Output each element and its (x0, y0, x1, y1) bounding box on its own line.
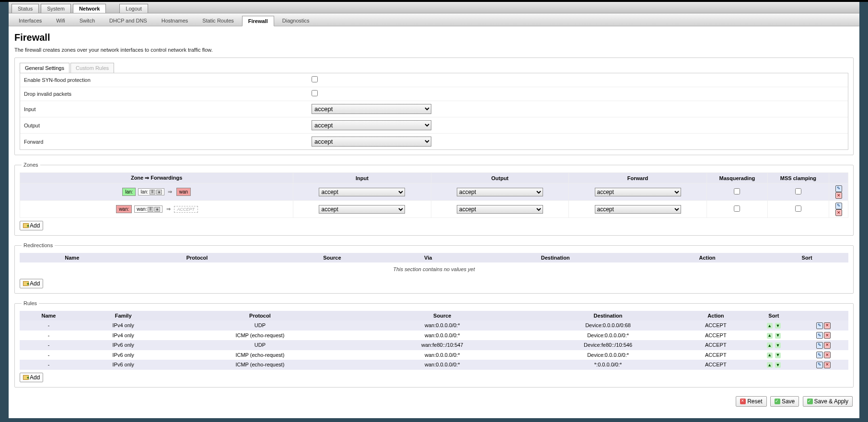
zone-mss-checkbox[interactable] (795, 188, 801, 194)
zone-forward-select[interactable]: accept (595, 205, 681, 214)
redirections-fieldset: Redirections Name Protocol Source Via De… (14, 242, 854, 294)
rules-th-family: Family (78, 311, 169, 320)
rules-th-name: Name (20, 311, 78, 320)
subtab-switch[interactable]: Switch (73, 15, 101, 26)
delete-icon[interactable]: ✕ (824, 322, 831, 329)
sort-down-icon[interactable]: ▼ (775, 333, 781, 339)
zone-masq-checkbox[interactable] (734, 188, 740, 194)
rules-th-destination: Destination (533, 311, 683, 320)
sort-up-icon[interactable]: ▲ (767, 353, 773, 358)
label-synflood: Enable SYN-flood protection (24, 77, 312, 83)
zone-masq-checkbox[interactable] (734, 205, 740, 212)
rule-protocol: ICMP (echo-request) (169, 360, 351, 370)
rule-action: ACCEPT (683, 360, 749, 370)
select-output[interactable]: accept (312, 120, 431, 130)
tab-logout[interactable]: Logout (119, 4, 148, 13)
rule-row: - IPv6 only UDP wan:fe80::/10:547 Device… (20, 340, 848, 350)
rules-th-action: Action (683, 311, 749, 320)
sort-down-icon[interactable]: ▼ (775, 323, 781, 329)
delete-icon[interactable]: ✕ (824, 352, 831, 358)
select-forward[interactable]: accept (312, 137, 431, 147)
innertab-general[interactable]: General Settings (20, 63, 69, 73)
rule-protocol: UDP (169, 320, 351, 331)
subtab-interfaces[interactable]: Interfaces (12, 15, 48, 26)
redir-add-button[interactable]: Add (20, 279, 43, 288)
sort-up-icon[interactable]: ▲ (767, 333, 773, 339)
delete-icon[interactable]: ✕ (824, 342, 831, 349)
edit-icon[interactable]: ✎ (816, 332, 823, 339)
sort-up-icon[interactable]: ▲ (767, 342, 773, 348)
redir-th-protocol: Protocol (125, 253, 270, 262)
main-tabs: Status System Network Logout (9, 2, 859, 13)
rules-th-protocol: Protocol (169, 311, 351, 320)
edit-icon[interactable]: ✎ (816, 352, 823, 358)
add-label: Add (30, 222, 40, 229)
page-description: The firewall creates zones over your net… (14, 47, 854, 53)
delete-icon[interactable]: ✕ (824, 332, 831, 339)
zone-output-select[interactable]: accept (457, 205, 543, 214)
subtab-staticroutes[interactable]: Static Routes (196, 15, 240, 26)
tab-system[interactable]: System (41, 4, 71, 13)
checkbox-dropinvalid[interactable] (312, 90, 318, 96)
zones-th-masq: Masquerading (706, 173, 767, 183)
delete-icon[interactable]: ✕ (835, 192, 842, 199)
redir-th-via: Via (394, 253, 462, 262)
redir-th-source: Source (270, 253, 395, 262)
arrow-icon: ⇒ (166, 206, 171, 212)
label-output: Output (24, 123, 312, 128)
zone-mss-checkbox[interactable] (795, 205, 801, 212)
rule-destination: *:0.0.0.0/0:* (533, 360, 683, 370)
subtab-hostnames[interactable]: Hostnames (155, 15, 195, 26)
sort-up-icon[interactable]: ▲ (767, 362, 773, 368)
zones-add-button[interactable]: Add (20, 221, 43, 230)
reset-button[interactable]: Reset (736, 396, 766, 407)
folder-add-icon (23, 375, 29, 380)
redir-th-action: Action (649, 253, 765, 262)
sort-down-icon[interactable]: ▼ (775, 353, 781, 358)
zone-fwd-accept: ACCEPT (174, 206, 198, 213)
folder-add-icon (23, 281, 29, 286)
zones-fieldset: Zones Zone ⇒ Forwardings Input Output Fo… (14, 162, 854, 236)
edit-icon[interactable]: ✎ (816, 322, 823, 329)
innertab-custom[interactable]: Custom Rules (70, 63, 114, 73)
general-settings-box: General Settings Custom Rules Enable SYN… (14, 57, 854, 155)
save-button[interactable]: Save (770, 396, 799, 407)
subtab-diagnostics[interactable]: Diagnostics (276, 15, 316, 26)
edit-icon[interactable]: ✎ (835, 185, 842, 192)
save-icon (775, 399, 780, 404)
zone-input-select[interactable]: accept (319, 188, 405, 196)
rules-fieldset: Rules Name Family Protocol Source Destin… (14, 300, 854, 388)
zone-forward-select[interactable]: accept (595, 188, 681, 196)
subtab-firewall[interactable]: Firewall (242, 16, 274, 26)
rule-row: - IPv6 only ICMP (echo-request) wan:0.0.… (20, 360, 848, 370)
sort-down-icon[interactable]: ▼ (775, 362, 781, 368)
zone-input-select[interactable]: accept (319, 205, 405, 214)
rule-row: - IPv4 only ICMP (echo-request) wan:0.0.… (20, 331, 848, 341)
delete-icon[interactable]: ✕ (824, 362, 831, 368)
checkbox-synflood[interactable] (312, 76, 318, 82)
rule-protocol: ICMP (echo-request) (169, 350, 351, 360)
iface-icon: ≣ (150, 190, 155, 194)
zones-legend: Zones (22, 162, 40, 168)
sort-down-icon[interactable]: ▼ (775, 342, 781, 348)
add-label: Add (30, 280, 40, 287)
rules-add-button[interactable]: Add (20, 373, 43, 382)
sort-up-icon[interactable]: ▲ (767, 323, 773, 329)
subtab-wifi[interactable]: Wifi (50, 15, 71, 26)
rule-destination: Device:fe80::/10:546 (533, 340, 683, 350)
save-apply-button[interactable]: Save & Apply (803, 396, 853, 407)
zones-th-input: Input (293, 173, 431, 183)
redir-table: Name Protocol Source Via Destination Act… (20, 253, 848, 262)
tab-network[interactable]: Network (73, 4, 106, 13)
edit-icon[interactable]: ✎ (816, 362, 823, 368)
subtab-dhcp[interactable]: DHCP and DNS (103, 15, 153, 26)
edit-icon[interactable]: ✎ (835, 203, 842, 209)
zone-output-select[interactable]: accept (457, 188, 543, 196)
select-input[interactable]: accept (312, 104, 431, 114)
delete-icon[interactable]: ✕ (835, 209, 842, 216)
zone-ifaces: wan: ≣ ◉ (134, 205, 162, 213)
iface-icon: ≣ (148, 207, 153, 212)
tab-status[interactable]: Status (12, 4, 39, 13)
edit-icon[interactable]: ✎ (816, 342, 823, 349)
save-apply-label: Save & Apply (814, 398, 848, 405)
